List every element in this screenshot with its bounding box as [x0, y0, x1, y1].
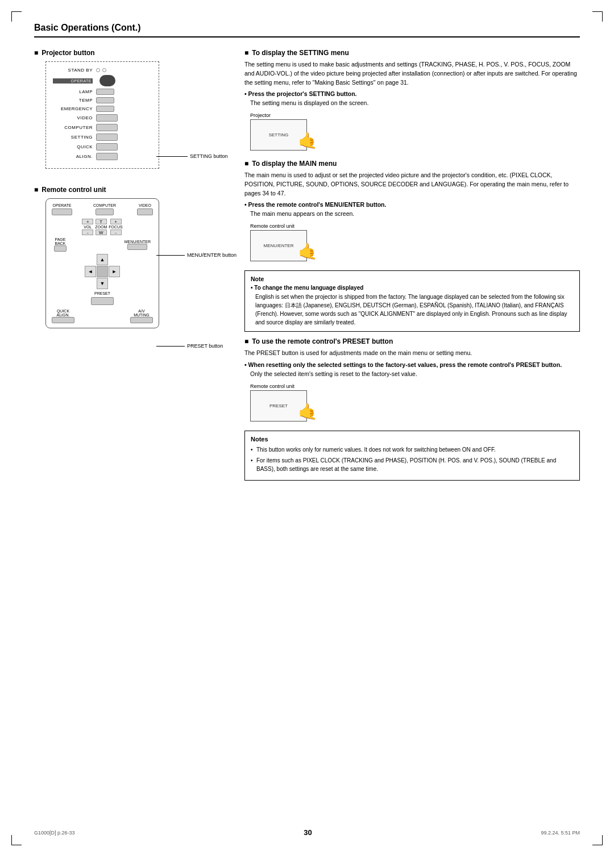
preset-text: PRESET: [94, 291, 110, 295]
preset-section-title: To use the remote control's PRESET butto…: [244, 337, 580, 345]
quick-align-btn: [52, 317, 74, 323]
page-menu-row: PAGE BACK MENU/ENTER: [52, 237, 153, 252]
corner-mark-br: [592, 835, 603, 845]
spacer-1: [34, 169, 227, 186]
proj-setting-row: SETTING: [53, 133, 152, 141]
computer-group: COMPUTER: [93, 203, 116, 215]
proj-operate-label: OPERATE: [53, 78, 93, 84]
computer-text: COMPUTER: [93, 203, 116, 207]
align-text: ALIGN.: [57, 313, 70, 317]
proj-emergency-label: EMERGENCY: [53, 106, 93, 111]
preset-screen-box: PRESET 🤙: [250, 390, 307, 422]
main-screen-mockup: Remote control unit MENU/ENTER 🤙: [250, 223, 580, 261]
main-screen-label: Remote control unit: [250, 223, 307, 229]
main-screen-group: Remote control unit MENU/ENTER 🤙: [250, 223, 307, 261]
proj-setting-label: SETTING: [53, 135, 93, 140]
zoom-group: T ZOOM W: [95, 219, 107, 235]
av-text: A/V: [138, 309, 144, 313]
zoom-t: T: [96, 219, 107, 224]
page-title: Basic Operations (Cont.): [34, 23, 580, 37]
footer-date: 99.2.24. 5:51 PM: [541, 830, 580, 836]
remote-video-btn: [137, 208, 153, 215]
proj-operate-row: OPERATE: [53, 75, 152, 86]
led-dot-2: [102, 68, 106, 72]
preset-group: PRESET: [52, 291, 153, 307]
av-muting-btn: [130, 317, 153, 323]
notes-box: Notes This button works only for numeric…: [244, 431, 580, 481]
nav-cluster: ▲ ◄ ► ▼: [85, 254, 120, 289]
nav-center: [97, 266, 108, 277]
main-body-text: The main menu is used to adjust or set t…: [244, 171, 580, 198]
projector-diagram: STAND BY OPERATE LAMP: [45, 61, 159, 169]
computer-btn: [96, 124, 118, 131]
remote-diagram: OPERATE COMPUTER VIDEO: [45, 198, 159, 328]
setting-screen-label: Projector: [250, 112, 307, 118]
preset-label: PRESET button: [187, 343, 223, 349]
remote-diagram-container: OPERATE COMPUTER VIDEO: [34, 198, 227, 328]
preset-section: To use the remote control's PRESET butto…: [244, 337, 580, 422]
note-change-lang-bold: • To change the menu language displayed: [251, 285, 574, 291]
proj-video-label: VIDEO: [53, 115, 93, 120]
video-text: VIDEO: [139, 203, 151, 207]
proj-temp-label: TEMP: [53, 98, 93, 103]
setting-screen-box: SETTING 🤙: [250, 119, 307, 151]
quick-text: QUICK: [57, 309, 69, 313]
nav-left: ◄: [85, 266, 96, 277]
lamp-indicator: [96, 89, 114, 95]
remote-section-header: Remote control unit: [34, 186, 227, 194]
corner-mark-bl: [11, 835, 22, 845]
preset-hand-icon: 🤙: [298, 402, 318, 421]
menu-enter-arrow-line: [156, 255, 185, 256]
note-title: Note: [251, 276, 574, 282]
focus-label: FOCUS: [109, 225, 123, 229]
right-column: To display the SETTING menu The setting …: [244, 49, 580, 486]
vol-plus: +: [82, 219, 93, 224]
nav-empty-bl: [85, 278, 96, 289]
corner-mark-tl: [11, 11, 22, 22]
preset-arrow-line: [156, 346, 185, 347]
setting-hand-icon: 🤙: [298, 131, 318, 150]
nav-up: ▲: [97, 254, 108, 265]
main-section-title: To display the MAIN menu: [244, 160, 580, 168]
setting-btn: [96, 133, 118, 141]
preset-screen-content: PRESET: [269, 403, 288, 408]
page-back-btn: [54, 245, 67, 252]
projector-diagram-container: STAND BY OPERATE LAMP: [34, 61, 216, 169]
page-footer: G1000[D] p.26-33 30 99.2.24. 5:51 PM: [34, 828, 580, 837]
proj-quickalign2-row: ALIGN.: [53, 153, 152, 160]
vol-group: + VOL -: [82, 219, 93, 235]
vol-label: VOL: [84, 225, 92, 229]
av-muting-group: A/V MUTING: [130, 309, 153, 323]
page-back-text: PAGE: [55, 237, 66, 241]
focus-group: + FOCUS -: [109, 219, 123, 235]
left-column: Projector button STAND BY OPERATE: [34, 49, 227, 486]
preset-body-text: The PRESET button is used for adjustment…: [244, 349, 580, 358]
temp-indicator: [96, 97, 114, 103]
remote-bottom: QUICK ALIGN. A/V MUTING: [52, 309, 153, 323]
setting-bullet-title: • Press the projector's SETTING button.: [244, 90, 580, 97]
projector-section-header: Projector button: [34, 49, 227, 57]
video-group: VIDEO: [137, 203, 153, 215]
remote-operate-btn: [52, 208, 72, 215]
preset-bullet-bold: • When resetting only the selected setti…: [244, 361, 580, 368]
proj-quickalign1-row: QUICK: [53, 143, 152, 151]
main-section: To display the MAIN menu The main menu i…: [244, 160, 580, 261]
preset-screen-group: Remote control unit PRESET 🤙: [250, 383, 307, 422]
setting-section: To display the SETTING menu The setting …: [244, 49, 580, 151]
menu-enter-outside-label: MENU/ENTER button: [156, 252, 237, 258]
setting-screen-content: SETTING: [269, 132, 289, 137]
remote-computer-btn: [96, 208, 114, 215]
notes-title: Notes: [251, 436, 574, 443]
nav-right: ►: [109, 266, 120, 277]
proj-video-row: VIDEO: [53, 114, 152, 122]
setting-body-text: The setting menu is used to make basic a…: [244, 60, 580, 87]
proj-quickalign-btns: [96, 143, 118, 151]
focus-minus: -: [110, 229, 122, 235]
back-text: BACK: [55, 241, 65, 245]
proj-emergency-row: EMERGENCY: [53, 106, 152, 112]
led-dot-1: [96, 68, 100, 72]
proj-computer-label: COMPUTER: [53, 125, 93, 130]
proj-standby-indicator: [96, 68, 106, 72]
proj-computer-row: COMPUTER: [53, 124, 152, 131]
main-hand-icon: 🤙: [298, 242, 318, 261]
